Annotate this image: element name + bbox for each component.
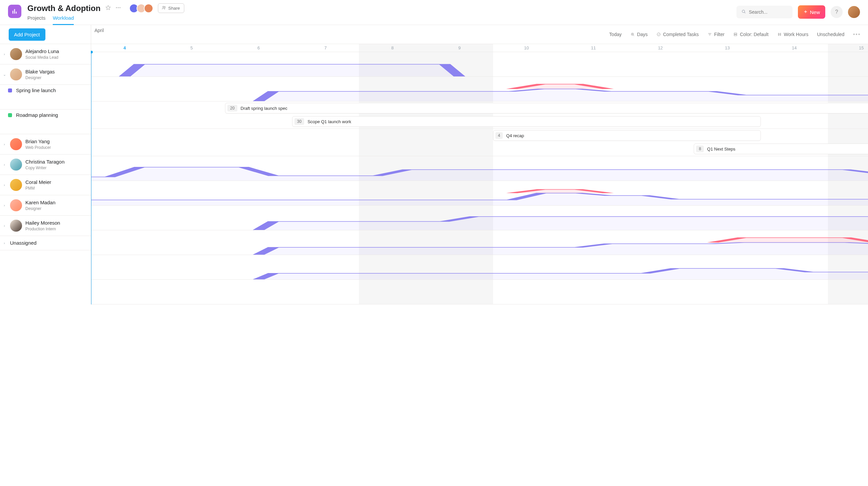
search-icon — [741, 9, 746, 15]
project-lane[interactable]: 4Q4 recap8Q1 Next Steps — [91, 129, 868, 156]
person-name: Brian Yang — [25, 138, 51, 144]
project-row[interactable]: Spring line launch — [0, 85, 91, 96]
expand-caret[interactable]: ⌄ — [2, 72, 7, 77]
workload-lane[interactable] — [91, 52, 868, 77]
person-role: Designer — [25, 75, 55, 80]
share-button[interactable]: Share — [158, 3, 184, 13]
task-label: Q1 Next Steps — [707, 147, 736, 152]
expand-caret[interactable]: › — [2, 142, 7, 146]
workspace-tabs: Projects Workload — [27, 15, 184, 25]
person-row[interactable]: ›Brian YangWeb Producer — [0, 134, 91, 154]
search-input[interactable] — [737, 6, 793, 19]
svg-point-2 — [120, 7, 120, 8]
workload-shape — [91, 52, 868, 76]
tab-projects[interactable]: Projects — [27, 15, 45, 25]
person-avatar — [10, 179, 22, 191]
person-avatar — [10, 199, 22, 211]
toolbar-more-menu[interactable]: ••• — [853, 31, 861, 37]
task-card[interactable]: 30Scope Q1 launch work — [292, 116, 761, 127]
timeline-date-header: 456789101112131415 — [91, 44, 868, 52]
person-row[interactable]: ›Christina TaragonCopy Writer — [0, 155, 91, 174]
workload-shape — [91, 255, 868, 280]
task-label: Q4 recap — [506, 133, 524, 138]
unscheduled-button[interactable]: Unscheduled — [817, 32, 844, 37]
person-avatar — [10, 138, 22, 150]
workload-lane[interactable] — [91, 230, 868, 255]
task-hours-badge: 4 — [495, 132, 503, 139]
new-button[interactable]: New — [798, 5, 825, 19]
person-avatar — [10, 68, 22, 80]
expand-caret[interactable]: › — [2, 52, 7, 56]
workload-lane[interactable] — [91, 255, 868, 280]
workload-shape — [91, 156, 868, 181]
expand-caret[interactable]: › — [2, 163, 7, 167]
workload-shape — [91, 181, 868, 205]
svg-point-0 — [116, 7, 117, 8]
task-card[interactable]: 4Q4 recap — [493, 130, 761, 141]
person-name: Blake Vargas — [25, 69, 55, 75]
share-label: Share — [168, 6, 180, 11]
date-cell: 12 — [627, 44, 694, 52]
person-row[interactable]: ⌄Blake VargasDesigner — [0, 64, 91, 85]
project-lane[interactable]: 20Draft spring launch spec30Scope Q1 lau… — [91, 101, 868, 129]
svg-point-7 — [657, 33, 660, 36]
workload-lane[interactable] — [91, 205, 868, 230]
date-cell: 11 — [560, 44, 627, 52]
expand-caret[interactable]: › — [2, 241, 7, 245]
color-dropdown[interactable]: Color: Default — [733, 32, 769, 37]
expand-caret[interactable]: › — [2, 224, 7, 228]
svg-point-4 — [164, 7, 165, 8]
check-circle-icon — [656, 32, 661, 37]
person-name: Coral Meier — [25, 179, 52, 185]
person-row[interactable]: ›Karen MadanDesigner — [0, 195, 91, 215]
hash-icon — [777, 32, 782, 37]
tab-workload[interactable]: Workload — [53, 15, 74, 25]
workload-lane[interactable] — [91, 181, 868, 205]
person-name: Alejandro Luna — [25, 48, 59, 55]
workload-shape — [91, 230, 868, 255]
date-cell: 10 — [493, 44, 560, 52]
person-role: Designer — [25, 206, 55, 211]
person-row[interactable]: ›Alejandro LunaSocial Media Lead — [0, 44, 91, 64]
person-role: Production Intern — [25, 227, 60, 231]
work-hours-button[interactable]: Work Hours — [777, 32, 809, 37]
zoom-dropdown[interactable]: Days — [630, 32, 648, 37]
unassigned-row[interactable]: ›Unassigned — [0, 236, 91, 250]
svg-point-5 — [742, 10, 745, 13]
search-field[interactable] — [749, 9, 788, 15]
task-card[interactable]: 20Draft spring launch spec — [225, 103, 868, 114]
date-cell: 14 — [761, 44, 828, 52]
collaborator-avatars[interactable] — [129, 4, 153, 13]
today-button[interactable]: Today — [609, 32, 622, 37]
workspace-title: Growth & Adoption — [27, 4, 100, 13]
workload-shape — [91, 77, 868, 101]
person-row[interactable]: ›Hailey MoresonProduction Intern — [0, 216, 91, 236]
project-name: Spring line launch — [16, 88, 56, 93]
unassigned-label: Unassigned — [10, 240, 36, 246]
person-row[interactable]: ›Coral MeierPMM — [0, 175, 91, 195]
project-color-dot — [8, 113, 12, 117]
person-avatar — [10, 220, 22, 232]
workload-lane[interactable] — [91, 156, 868, 181]
add-project-button[interactable]: Add Project — [9, 28, 45, 41]
date-cell: 9 — [426, 44, 493, 52]
expand-caret[interactable]: › — [2, 183, 7, 187]
today-marker — [91, 52, 91, 304]
zoom-icon — [630, 32, 635, 37]
expand-caret[interactable]: › — [2, 203, 7, 207]
completed-toggle[interactable]: Completed Tasks — [656, 32, 699, 37]
favorite-star-button[interactable] — [105, 5, 111, 12]
person-name: Karen Madan — [25, 200, 55, 205]
filter-button[interactable]: Filter — [707, 32, 724, 37]
task-card[interactable]: 8Q1 Next Steps — [694, 143, 868, 154]
timeline-month-label: April — [91, 25, 104, 44]
chart-icon — [11, 8, 18, 15]
avatar[interactable] — [144, 4, 153, 13]
task-hours-badge: 30 — [294, 118, 304, 125]
workload-lane[interactable] — [91, 77, 868, 101]
workspace-actions-menu[interactable] — [115, 5, 121, 12]
user-avatar[interactable] — [848, 6, 860, 18]
date-cell: 13 — [694, 44, 761, 52]
help-button[interactable]: ? — [831, 6, 843, 18]
project-row[interactable]: Roadmap planning — [0, 109, 91, 121]
